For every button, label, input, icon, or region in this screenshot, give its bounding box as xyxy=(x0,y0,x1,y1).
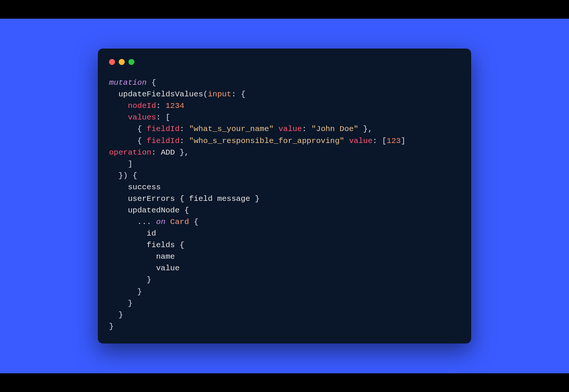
field-success: success xyxy=(128,183,161,192)
code-block: mutation { updateFieldsValues(input: { n… xyxy=(109,77,460,332)
keyword-mutation: mutation xyxy=(109,78,147,87)
punct: }, xyxy=(175,148,189,157)
indent xyxy=(109,206,128,215)
space xyxy=(274,125,279,133)
punct: : { xyxy=(231,90,246,99)
function-name: updateFieldsValues xyxy=(118,90,203,99)
string-literal: "what_s_your_name" xyxy=(189,125,274,133)
prop-value: value xyxy=(279,125,302,133)
field-userErrors: userErrors { field message } xyxy=(128,195,259,203)
indent xyxy=(109,183,128,192)
brace-close: } xyxy=(109,311,123,319)
prop-fieldId: fieldId xyxy=(147,125,180,133)
brace-close: } xyxy=(109,287,142,296)
space xyxy=(344,137,349,145)
paren-open: ( xyxy=(203,90,208,99)
indent xyxy=(109,102,128,110)
indent xyxy=(109,113,128,122)
indent xyxy=(109,195,128,203)
punct: : xyxy=(180,125,189,133)
field-value: value xyxy=(109,264,180,273)
string-literal: "John Doe" xyxy=(311,125,358,133)
punct: }, xyxy=(358,125,373,133)
field-updatedNode: updatedNode { xyxy=(128,206,189,215)
type-Card: Card xyxy=(170,218,189,226)
punct: : [ xyxy=(156,113,170,122)
punct: : xyxy=(180,137,189,145)
brace-close: } xyxy=(109,276,151,284)
field-fields: fields { xyxy=(109,241,184,249)
prop-nodeId: nodeId xyxy=(128,102,156,110)
spread: ... xyxy=(109,218,156,226)
punct: : xyxy=(151,148,161,157)
minimize-icon[interactable] xyxy=(119,59,125,65)
brace: { xyxy=(189,218,198,226)
brace: { xyxy=(147,78,156,87)
enum-value: ADD xyxy=(161,148,175,157)
prop-value: value xyxy=(349,137,373,145)
canvas: mutation { updateFieldsValues(input: { n… xyxy=(0,0,569,392)
traffic-lights xyxy=(109,59,460,65)
keyword-on: on xyxy=(156,218,165,226)
maximize-icon[interactable] xyxy=(128,59,134,65)
indent-brace: { xyxy=(109,125,147,133)
close-icon[interactable] xyxy=(109,59,115,65)
string-literal: "who_s_responsible_for_approving" xyxy=(189,137,344,145)
punct: : [ xyxy=(373,137,387,145)
indent xyxy=(109,90,118,99)
field-name: name xyxy=(109,252,175,261)
punct: }) { xyxy=(109,171,137,180)
brace-close: } xyxy=(109,322,114,331)
prop-values: values xyxy=(128,113,156,122)
punct: : xyxy=(156,102,165,110)
bracket-close: ] xyxy=(109,160,133,168)
number-literal: 1234 xyxy=(165,102,184,110)
space xyxy=(165,218,170,226)
prop-fieldId: fieldId xyxy=(147,137,180,145)
brace-close: } xyxy=(109,299,133,308)
number-literal: 123 xyxy=(387,137,401,145)
punct: ] xyxy=(401,137,410,145)
punct: : xyxy=(302,125,311,133)
prop-operation: operation xyxy=(109,148,151,157)
param-input: input xyxy=(208,90,231,99)
indent-brace: { xyxy=(109,137,147,145)
field-id: id xyxy=(109,229,156,238)
code-window: mutation { updateFieldsValues(input: { n… xyxy=(98,49,471,343)
